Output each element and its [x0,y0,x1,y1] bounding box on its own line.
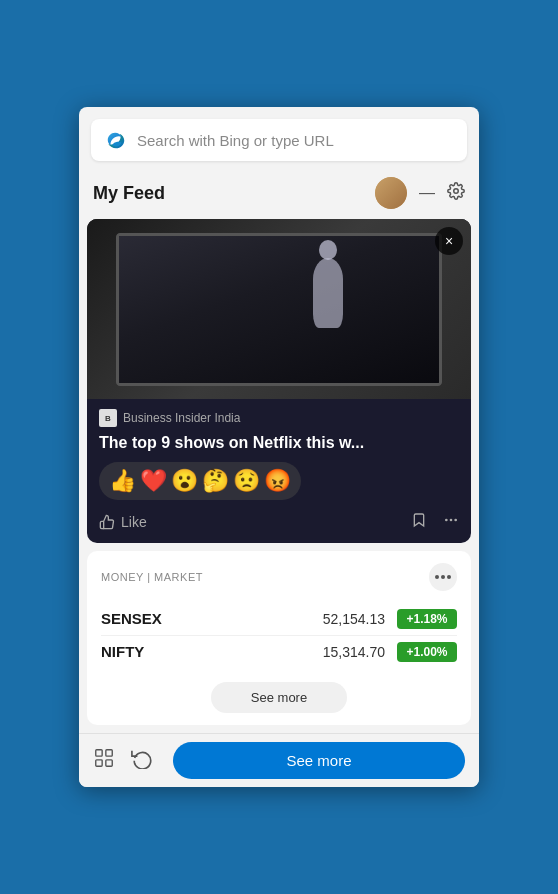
svg-rect-9 [106,750,112,756]
reactions-bar: 👍 ❤️ 😮 🤔 😟 😡 [99,462,301,500]
gear-icon [447,182,465,200]
market-card: MONEY | MARKET SENSEX 52,154.13 +1.18% N… [87,551,471,725]
reaction-wow[interactable]: 😮 [171,468,198,494]
svg-point-5 [441,575,445,579]
reaction-thinking[interactable]: 🤔 [202,468,229,494]
reaction-heart[interactable]: ❤️ [140,468,167,494]
search-bar[interactable]: Search with Bing or type URL [91,119,467,161]
edge-logo-icon [105,129,127,151]
action-icons [411,512,459,533]
news-image-background [87,219,471,399]
sensex-value: 52,154.13 [323,611,385,627]
browser-window: Search with Bing or type URL My Feed — [79,107,479,787]
svg-rect-7 [96,750,102,756]
nifty-value: 15,314.70 [323,644,385,660]
nifty-change: +1.00% [397,642,457,662]
action-bar: Like [87,508,471,543]
grid-icon[interactable] [93,747,115,774]
market-see-more-container: See more [101,682,457,713]
market-row-sensex: SENSEX 52,154.13 +1.18% [101,603,457,635]
market-row-nifty: NIFTY 15,314.70 +1.00% [101,635,457,668]
see-more-button[interactable]: See more [173,742,465,779]
source-icon: B [99,409,117,427]
reaction-sad[interactable]: 😟 [233,468,260,494]
settings-button[interactable] [447,182,465,205]
svg-point-0 [454,188,459,193]
like-button[interactable]: Like [99,514,147,530]
bookmark-icon[interactable] [411,512,427,533]
reaction-thumbsup[interactable]: 👍 [109,468,136,494]
news-card: × B Business Insider India The top 9 sho… [87,219,471,543]
like-label: Like [121,514,147,530]
nifty-name: NIFTY [101,643,323,660]
svg-point-4 [435,575,439,579]
reaction-angry[interactable]: 😡 [264,468,291,494]
feed-header: My Feed — [79,171,479,219]
close-button[interactable]: × [435,227,463,255]
search-input[interactable]: Search with Bing or type URL [137,132,334,149]
more-options-icon[interactable] [443,512,459,533]
bottom-icons [93,747,153,774]
camera-screen [119,236,439,383]
market-label: MONEY | MARKET [101,571,203,583]
avatar[interactable] [375,177,407,209]
sensex-name: SENSEX [101,610,323,627]
market-more-button[interactable] [429,563,457,591]
svg-point-1 [445,519,448,522]
bottom-bar: See more [79,733,479,787]
market-see-more-button[interactable]: See more [211,682,347,713]
market-header: MONEY | MARKET [101,563,457,591]
news-title[interactable]: The top 9 shows on Netflix this w... [87,431,471,462]
refresh-icon[interactable] [131,747,153,774]
sensex-change: +1.18% [397,609,457,629]
svg-rect-8 [96,760,102,766]
news-source: B Business Insider India [87,399,471,431]
svg-rect-10 [106,760,112,766]
avatar-image [375,177,407,209]
source-name: Business Insider India [123,411,240,425]
svg-point-3 [454,519,457,522]
minimize-button[interactable]: — [415,185,439,201]
thumbsup-icon [99,514,115,530]
camera-frame [116,233,442,386]
svg-point-6 [447,575,451,579]
feed-title: My Feed [93,183,367,204]
svg-point-2 [450,519,453,522]
news-image: × [87,219,471,399]
camera-figure [313,258,343,328]
